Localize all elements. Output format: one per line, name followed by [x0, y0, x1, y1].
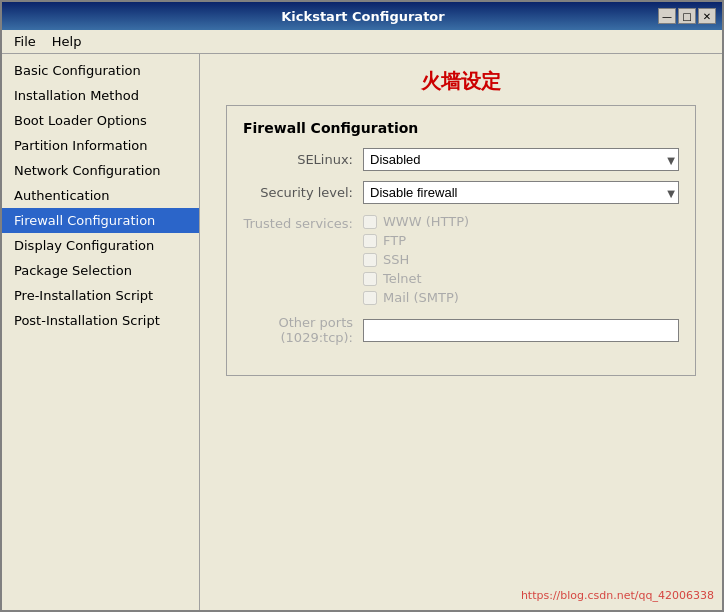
- window-controls: — □ ✕: [658, 8, 716, 24]
- security-level-label: Security level:: [243, 185, 363, 200]
- panel-title: Firewall Configuration: [243, 120, 679, 136]
- sidebar-item-network-configuration[interactable]: Network Configuration: [2, 158, 199, 183]
- telnet-label: Telnet: [383, 271, 422, 286]
- watermark: https://blog.csdn.net/qq_42006338: [521, 589, 714, 602]
- chinese-title: 火墙设定: [421, 68, 501, 95]
- content-area: Basic ConfigurationInstallation MethodBo…: [2, 54, 722, 610]
- ftp-checkbox[interactable]: [363, 234, 377, 248]
- sidebar-item-boot-loader-options[interactable]: Boot Loader Options: [2, 108, 199, 133]
- www-label: WWW (HTTP): [383, 214, 469, 229]
- help-menu[interactable]: Help: [44, 32, 90, 51]
- www-checkbox-row: WWW (HTTP): [363, 214, 469, 229]
- sidebar-item-basic-configuration[interactable]: Basic Configuration: [2, 58, 199, 83]
- sidebar-item-post-installation-script[interactable]: Post-Installation Script: [2, 308, 199, 333]
- mail-checkbox-row: Mail (SMTP): [363, 290, 469, 305]
- telnet-checkbox[interactable]: [363, 272, 377, 286]
- trusted-services-section: Trusted services: WWW (HTTP) FTP SSH: [243, 214, 679, 305]
- sidebar-item-pre-installation-script[interactable]: Pre-Installation Script: [2, 283, 199, 308]
- sidebar: Basic ConfigurationInstallation MethodBo…: [2, 54, 200, 610]
- sidebar-item-display-configuration[interactable]: Display Configuration: [2, 233, 199, 258]
- ftp-checkbox-row: FTP: [363, 233, 469, 248]
- sidebar-item-installation-method[interactable]: Installation Method: [2, 83, 199, 108]
- telnet-checkbox-row: Telnet: [363, 271, 469, 286]
- security-level-select[interactable]: Disable firewall Enable firewall No fire…: [363, 181, 679, 204]
- other-ports-row: Other ports (1029:tcp):: [243, 315, 679, 345]
- mail-label: Mail (SMTP): [383, 290, 459, 305]
- close-button[interactable]: ✕: [698, 8, 716, 24]
- ftp-label: FTP: [383, 233, 406, 248]
- selinux-row: SELinux: Disabled Enforcing Permissive ▼: [243, 148, 679, 171]
- ssh-checkbox[interactable]: [363, 253, 377, 267]
- trusted-services-checkboxes: WWW (HTTP) FTP SSH Telnet: [363, 214, 469, 305]
- mail-checkbox[interactable]: [363, 291, 377, 305]
- menu-bar: File Help: [2, 30, 722, 54]
- sidebar-item-partition-information[interactable]: Partition Information: [2, 133, 199, 158]
- trusted-services-label: Trusted services:: [243, 214, 363, 305]
- selinux-select-wrapper: Disabled Enforcing Permissive ▼: [363, 148, 679, 171]
- main-panel: 火墙设定 Firewall Configuration SELinux: Dis…: [200, 54, 722, 610]
- title-bar: Kickstart Configurator — □ ✕: [2, 2, 722, 30]
- sidebar-item-authentication[interactable]: Authentication: [2, 183, 199, 208]
- window-title: Kickstart Configurator: [68, 9, 658, 24]
- sidebar-item-package-selection[interactable]: Package Selection: [2, 258, 199, 283]
- ssh-label: SSH: [383, 252, 409, 267]
- ssh-checkbox-row: SSH: [363, 252, 469, 267]
- selinux-select[interactable]: Disabled Enforcing Permissive: [363, 148, 679, 171]
- file-menu[interactable]: File: [6, 32, 44, 51]
- main-window: Kickstart Configurator — □ ✕ File Help B…: [0, 0, 724, 612]
- security-level-select-wrapper: Disable firewall Enable firewall No fire…: [363, 181, 679, 204]
- security-level-row: Security level: Disable firewall Enable …: [243, 181, 679, 204]
- other-ports-label: Other ports (1029:tcp):: [243, 315, 363, 345]
- www-checkbox[interactable]: [363, 215, 377, 229]
- selinux-label: SELinux:: [243, 152, 363, 167]
- other-ports-input[interactable]: [363, 319, 679, 342]
- config-panel: Firewall Configuration SELinux: Disabled…: [226, 105, 696, 376]
- maximize-button[interactable]: □: [678, 8, 696, 24]
- minimize-button[interactable]: —: [658, 8, 676, 24]
- sidebar-item-firewall-configuration[interactable]: Firewall Configuration: [2, 208, 199, 233]
